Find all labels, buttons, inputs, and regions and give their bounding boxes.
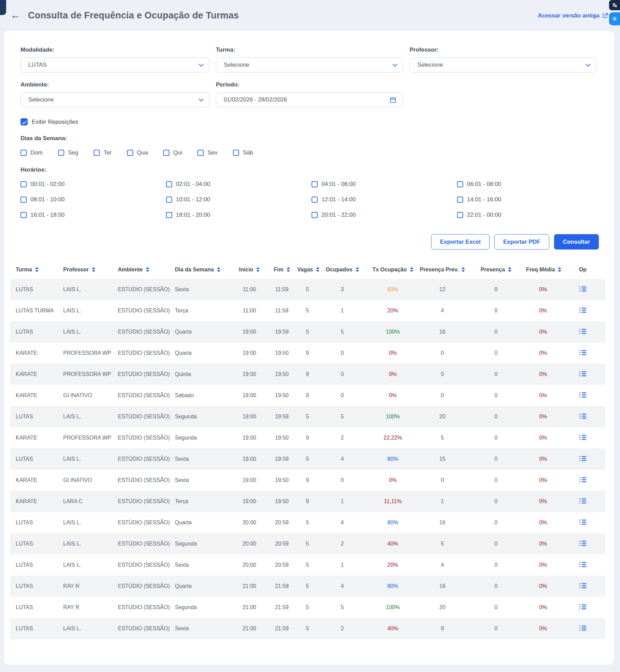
row-options-icon[interactable]	[579, 582, 586, 589]
row-options-icon[interactable]	[579, 497, 586, 505]
table-row: LUTASLAIS L.ESTÚDIO (SESSÃO)Sexta21:0021…	[10, 618, 605, 639]
sort-icon[interactable]	[92, 267, 95, 272]
hour-checkbox-16-01-18-00[interactable]	[20, 212, 27, 218]
row-options-icon[interactable]	[579, 349, 586, 356]
hour-checkbox-08-01-10-00[interactable]	[20, 197, 27, 203]
sort-icon[interactable]	[146, 267, 149, 272]
weekday-option-seg[interactable]: Seg	[58, 149, 78, 156]
hour-option-02-01-04-00[interactable]: 02:01 - 04:00	[166, 181, 312, 188]
weekday-option-sex[interactable]: Sex	[197, 149, 217, 156]
column-header-ocupados[interactable]: Ocupados	[318, 260, 367, 279]
row-options-icon[interactable]	[579, 434, 586, 441]
periodo-daterange-input[interactable]: 01/02/2026 - 28/02/2026	[216, 92, 403, 107]
column-header-presenc-a-prev[interactable]: Presença Prev.	[419, 260, 466, 279]
weekday-option-ter[interactable]: Ter	[94, 149, 112, 156]
hour-option-18-01-20-00[interactable]: 18:01 - 20:00	[166, 212, 312, 218]
column-header-freq-me-dia[interactable]: Freq Média	[526, 260, 560, 279]
calendar-icon[interactable]	[389, 96, 397, 104]
row-options-icon[interactable]	[579, 476, 586, 483]
sort-icon[interactable]	[508, 267, 511, 272]
hour-option-16-01-18-00[interactable]: 16:01 - 18:00	[20, 212, 166, 218]
hour-option-00-01-02-00[interactable]: 00:01 - 02:00	[20, 181, 166, 188]
row-options-icon[interactable]	[579, 455, 586, 462]
sort-icon[interactable]	[356, 267, 359, 272]
sort-icon[interactable]	[35, 267, 39, 272]
export-excel-button[interactable]: Exportar Excel	[431, 234, 490, 250]
cell-dia: Segunda	[175, 406, 232, 427]
back-arrow-icon[interactable]: ←	[10, 10, 20, 20]
weekday-option-sa-b[interactable]: Sáb	[233, 149, 253, 156]
turma-select[interactable]: Selecione	[216, 57, 403, 72]
weekday-option-qua[interactable]: Qua	[127, 149, 148, 156]
column-header-ini-cio[interactable]: Início	[232, 260, 266, 279]
column-header-turma[interactable]: Turma	[10, 260, 63, 279]
row-options-icon[interactable]	[579, 307, 586, 314]
hour-checkbox-12-01-14-00[interactable]	[312, 197, 318, 203]
hour-checkbox-14-01-16-00[interactable]	[457, 197, 463, 203]
sort-icon[interactable]	[217, 267, 220, 272]
row-options-icon[interactable]	[579, 624, 586, 632]
professor-select[interactable]: Selecione	[410, 57, 596, 72]
sort-icon[interactable]	[461, 267, 465, 272]
hour-checkbox-20-01-22-00[interactable]	[312, 212, 318, 218]
hour-option-14-01-16-00[interactable]: 14:01 - 16:00	[457, 196, 603, 203]
row-options-icon[interactable]	[579, 285, 586, 293]
row-options-icon[interactable]	[579, 391, 586, 399]
column-header-vagas[interactable]: Vagas	[297, 260, 318, 279]
hour-option-22-01-00-00[interactable]: 22:01 - 00:00	[457, 212, 603, 218]
cell-vagas: 9	[297, 427, 318, 448]
modalidade-select[interactable]: LUTAS	[20, 57, 209, 72]
hour-checkbox-04-01-06-00[interactable]	[312, 181, 318, 187]
hour-checkbox-18-01-20-00[interactable]	[166, 212, 172, 218]
sort-icon[interactable]	[256, 267, 260, 272]
weekday-checkbox-sa-b[interactable]	[233, 150, 239, 156]
weekday-option-dom[interactable]: Dom	[20, 149, 43, 156]
hour-option-10-01-12-00[interactable]: 10:01 - 12:00	[166, 196, 312, 203]
weekday-checkbox-sex[interactable]	[197, 150, 204, 156]
row-options-icon[interactable]	[579, 413, 586, 420]
hour-checkbox-10-01-12-00[interactable]	[166, 197, 172, 203]
column-header-fim[interactable]: Fim	[266, 260, 297, 279]
cell-professor: LAIS L.	[63, 533, 118, 554]
hour-checkbox-00-01-02-00[interactable]	[20, 181, 27, 187]
hour-option-12-01-14-00[interactable]: 12:01 - 14:00	[312, 196, 457, 203]
weekday-checkbox-seg[interactable]	[58, 150, 64, 156]
hour-checkbox-06-01-08-00[interactable]	[457, 181, 463, 187]
consult-button[interactable]: Consultar	[554, 234, 599, 250]
hour-checkbox-02-01-04-00[interactable]	[166, 181, 172, 187]
hour-option-08-01-10-00[interactable]: 08:01 - 10:00	[20, 196, 166, 203]
column-header-dia-da-semana[interactable]: Dia da Semana	[175, 260, 232, 279]
row-options-icon[interactable]	[579, 519, 586, 526]
translate-extension-button[interactable]	[609, 0, 620, 10]
sort-icon[interactable]	[410, 267, 413, 272]
old-version-link[interactable]: Acessar versão antiga	[538, 12, 609, 19]
weekday-checkbox-qua[interactable]	[127, 150, 133, 156]
row-options-icon[interactable]	[579, 328, 586, 335]
sort-icon[interactable]	[287, 267, 290, 272]
hour-checkbox-22-01-00-00[interactable]	[457, 212, 463, 218]
row-options-icon[interactable]	[579, 561, 586, 568]
row-options-icon[interactable]	[579, 540, 586, 547]
weekday-checkbox-dom[interactable]	[20, 150, 27, 156]
sort-icon[interactable]	[316, 267, 319, 272]
export-pdf-button[interactable]: Exportar PDF	[494, 234, 549, 250]
column-header-ambiente[interactable]: Ambiente	[118, 260, 175, 279]
hour-option-06-01-08-00[interactable]: 06:01 - 08:00	[457, 181, 603, 188]
exibir-reposicoes-checkbox[interactable]	[20, 118, 28, 125]
weekday-option-qui[interactable]: Qui	[163, 149, 182, 156]
column-header-tx-ocupac-a-o[interactable]: Tx Ocupação	[367, 260, 419, 279]
column-header-professor[interactable]: Professor	[63, 260, 118, 279]
cell-op	[560, 448, 605, 470]
column-header-presenc-a[interactable]: Presença	[466, 260, 526, 279]
assistant-extension-button[interactable]: ✳	[609, 12, 620, 25]
external-link-icon	[602, 13, 608, 19]
weekday-checkbox-ter[interactable]	[94, 150, 100, 156]
hour-option-04-01-06-00[interactable]: 04:01 - 06:00	[312, 181, 457, 188]
row-options-icon[interactable]	[579, 370, 586, 377]
hour-option-20-01-22-00[interactable]: 20:01 - 22:00	[312, 212, 457, 218]
exibir-reposicoes-option[interactable]: Exibir Reposições	[20, 118, 606, 125]
ambiente-select[interactable]: Selecione	[20, 92, 209, 107]
row-options-icon[interactable]	[579, 603, 586, 610]
weekday-checkbox-qui[interactable]	[163, 150, 169, 156]
sort-icon[interactable]	[558, 267, 561, 272]
